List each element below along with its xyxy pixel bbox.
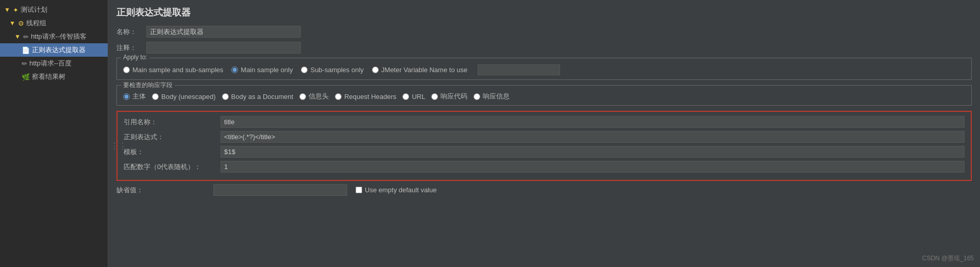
radio-main-only-label: Main sample only: [241, 66, 293, 74]
radio-jmeter-var-input[interactable]: [372, 66, 379, 73]
radio-body-label: 主体: [132, 92, 146, 101]
response-field-section: 要检查的响应字段 主体 Body (unescaped) Body as a D…: [116, 85, 972, 106]
sidebar-item-label: 正则表达式提取器: [32, 45, 86, 55]
ref-name-label: 引用名称：: [124, 118, 216, 127]
radio-body-unescaped-input[interactable]: [152, 93, 159, 100]
tri-down-icon3: ▼: [14, 33, 21, 40]
sidebar-item-test-plan[interactable]: ▼ ✦ 测试计划: [0, 3, 108, 16]
comment-label: 注释：: [116, 43, 142, 53]
radio-main-sub-label: Main sample and sub-samples: [132, 66, 223, 74]
radio-resp-code-label: 响应代码: [441, 92, 467, 101]
regex-row: 正则表达式：: [124, 131, 965, 143]
radio-resp-code-input[interactable]: [431, 93, 438, 100]
sidebar: ▼ ✦ 测试计划 ▼ ⚙ 线程组 ▼ ✏ http请求--传智插客 📄 正则表达…: [0, 0, 108, 267]
comment-row: 注释：: [116, 42, 972, 54]
radio-url-label: URL: [412, 93, 425, 101]
radio-sub-only-input[interactable]: [301, 66, 308, 73]
sidebar-item-regex-extractor[interactable]: 📄 正则表达式提取器: [0, 43, 108, 57]
radio-url-input[interactable]: [402, 93, 409, 100]
sidebar-item-label: http请求--百度: [29, 59, 72, 68]
response-field-legend: 要检查的响应字段: [121, 81, 175, 90]
drag-handle[interactable]: ⋮⋮: [110, 141, 127, 151]
pencil-icon: ✏: [23, 33, 29, 41]
radio-info-head-input[interactable]: [299, 93, 306, 100]
sidebar-item-http-baidu[interactable]: ✏ http请求--百度: [0, 57, 108, 70]
radio-body-doc[interactable]: Body as a Document: [222, 93, 294, 101]
template-row: 模板：: [124, 146, 965, 158]
apply-to-radio-group: Main sample and sub-samples Main sample …: [123, 62, 965, 75]
match-no-input[interactable]: [221, 161, 965, 173]
tri-down-icon2: ▼: [9, 20, 15, 27]
radio-resp-code[interactable]: 响应代码: [431, 92, 467, 101]
ref-name-input[interactable]: [221, 116, 965, 128]
apply-to-legend: Apply to:: [121, 54, 149, 61]
name-label: 名称：: [116, 27, 142, 37]
match-no-label: 匹配数字（0代表随机）：: [124, 162, 216, 172]
radio-body-input[interactable]: [123, 93, 130, 100]
main-panel: 正则表达式提取器 名称： 注释： Apply to: Main sample a…: [108, 0, 980, 267]
doc-icon: 📄: [22, 46, 30, 54]
radio-jmeter-var[interactable]: JMeter Variable Name to use: [372, 66, 467, 74]
radio-url[interactable]: URL: [402, 93, 425, 101]
plan-icon: ✦: [13, 6, 19, 14]
radio-main-only-input[interactable]: [231, 66, 238, 73]
sidebar-item-thread-group[interactable]: ▼ ⚙ 线程组: [0, 16, 108, 30]
empty-default-checkbox[interactable]: [356, 187, 362, 193]
radio-body-unescaped-label: Body (unescaped): [161, 93, 216, 101]
default-input[interactable]: [213, 184, 347, 196]
radio-main-sub[interactable]: Main sample and sub-samples: [123, 66, 223, 74]
empty-default-label: Use empty default value: [365, 186, 436, 194]
sidebar-item-label: 线程组: [26, 19, 46, 28]
radio-info-head-label: 信息头: [309, 92, 329, 101]
radio-jmeter-var-label: JMeter Variable Name to use: [381, 66, 467, 74]
pencil-icon2: ✏: [22, 60, 27, 68]
gear-icon: ⚙: [18, 20, 24, 27]
match-no-row: 匹配数字（0代表随机）：: [124, 161, 965, 173]
ref-name-row: 引用名称：: [124, 116, 965, 128]
radio-req-headers-input[interactable]: [335, 93, 342, 100]
template-input[interactable]: [221, 146, 965, 158]
sidebar-item-view-results[interactable]: 🌿 察看结果树: [0, 70, 108, 84]
template-label: 模板：: [124, 147, 216, 157]
default-label: 缺省值：: [116, 186, 209, 195]
radio-main-sub-input[interactable]: [123, 66, 130, 73]
sidebar-item-label: 察看结果树: [32, 72, 65, 81]
sidebar-item-label: 测试计划: [21, 5, 47, 14]
highlight-section: ⋮⋮ 引用名称： 正则表达式： 模板： 匹配数字（0代表随机）：: [116, 111, 972, 181]
regex-input[interactable]: [221, 131, 965, 143]
radio-resp-msg-input[interactable]: [474, 93, 480, 100]
page-title: 正则表达式提取器: [116, 6, 972, 19]
jmeter-var-text-input[interactable]: [478, 64, 560, 75]
name-row: 名称：: [116, 26, 972, 38]
response-radio-group: 主体 Body (unescaped) Body as a Document 信…: [123, 90, 965, 101]
regex-label: 正则表达式：: [124, 132, 216, 142]
radio-body[interactable]: 主体: [123, 92, 146, 101]
tri-down-icon: ▼: [4, 6, 10, 13]
tree-icon: 🌿: [22, 73, 30, 81]
name-input[interactable]: [146, 26, 301, 38]
radio-info-head[interactable]: 信息头: [299, 92, 329, 101]
empty-default-checkbox-label[interactable]: Use empty default value: [356, 186, 436, 194]
radio-main-only[interactable]: Main sample only: [231, 66, 293, 74]
radio-resp-msg-label: 响应信息: [483, 92, 510, 101]
radio-body-doc-label: Body as a Document: [231, 93, 294, 101]
apply-to-section: Apply to: Main sample and sub-samples Ma…: [116, 58, 972, 80]
radio-body-doc-input[interactable]: [222, 93, 229, 100]
radio-sub-only[interactable]: Sub-samples only: [301, 66, 363, 74]
radio-resp-msg[interactable]: 响应信息: [474, 92, 510, 101]
sidebar-item-http-zhicheng[interactable]: ▼ ✏ http请求--传智插客: [0, 30, 108, 43]
radio-req-headers-label: Request Headers: [344, 93, 396, 101]
radio-req-headers[interactable]: Request Headers: [335, 93, 396, 101]
default-row: 缺省值： Use empty default value: [116, 184, 972, 196]
watermark: CSDN @墨瑶_165: [922, 254, 974, 263]
radio-sub-only-label: Sub-samples only: [310, 66, 363, 74]
radio-body-unescaped[interactable]: Body (unescaped): [152, 93, 216, 101]
sidebar-item-label: http请求--传智插客: [31, 32, 87, 41]
comment-input[interactable]: [146, 42, 301, 54]
